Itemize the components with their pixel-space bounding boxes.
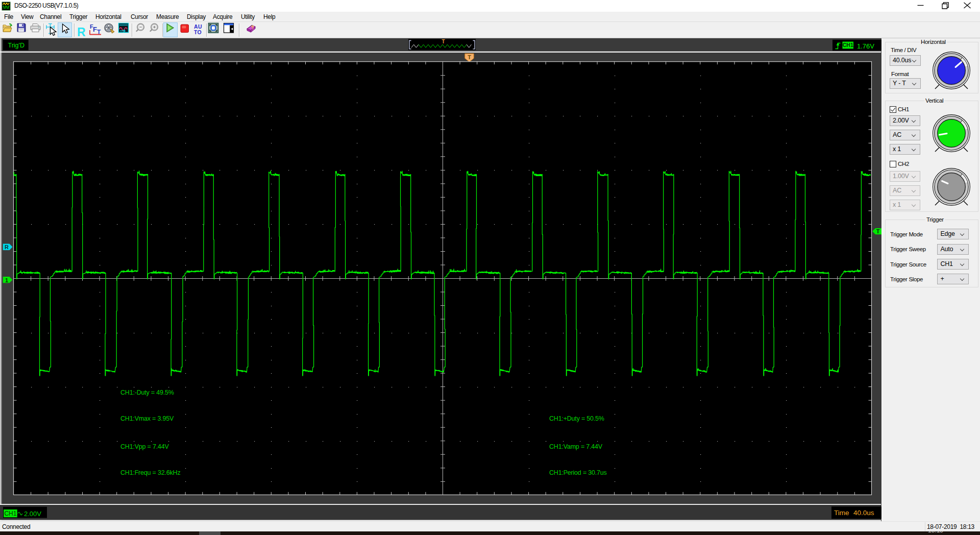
svg-text:CH1: CH1 bbox=[843, 42, 853, 48]
svg-text:CH1:Vamp = 7.44V: CH1:Vamp = 7.44V bbox=[549, 443, 603, 450]
svg-text:CH1:Vpp = 7.44V: CH1:Vpp = 7.44V bbox=[120, 443, 169, 450]
svg-text:T: T bbox=[442, 39, 445, 44]
svg-text:R: R bbox=[77, 26, 86, 38]
svg-text:1.76V: 1.76V bbox=[857, 42, 874, 50]
svg-text:40.0us: 40.0us bbox=[853, 509, 874, 517]
svg-text:CH1:-Duty = 49.5%: CH1:-Duty = 49.5% bbox=[120, 389, 174, 396]
svg-text:T: T bbox=[468, 54, 471, 60]
svg-text:CH1:Period = 30.7us: CH1:Period = 30.7us bbox=[549, 469, 607, 476]
svg-text:CH1:Frequ = 32.6kHz: CH1:Frequ = 32.6kHz bbox=[120, 469, 180, 476]
svg-text:Time: Time bbox=[834, 509, 849, 517]
svg-text:2.00V: 2.00V bbox=[24, 510, 41, 518]
svg-text:F: F bbox=[93, 26, 97, 33]
svg-text:CH1: CH1 bbox=[4, 510, 16, 517]
svg-text:?: ? bbox=[250, 24, 255, 30]
svg-text:CH1:Vmax = 3.95V: CH1:Vmax = 3.95V bbox=[120, 415, 174, 422]
svg-text:1: 1 bbox=[5, 277, 8, 283]
svg-text:TO: TO bbox=[194, 29, 202, 35]
svg-text:T: T bbox=[876, 228, 880, 234]
svg-text:R: R bbox=[5, 244, 9, 250]
svg-text:CH1:+Duty = 50.5%: CH1:+Duty = 50.5% bbox=[549, 415, 604, 422]
svg-text:Trig'D: Trig'D bbox=[8, 42, 24, 49]
